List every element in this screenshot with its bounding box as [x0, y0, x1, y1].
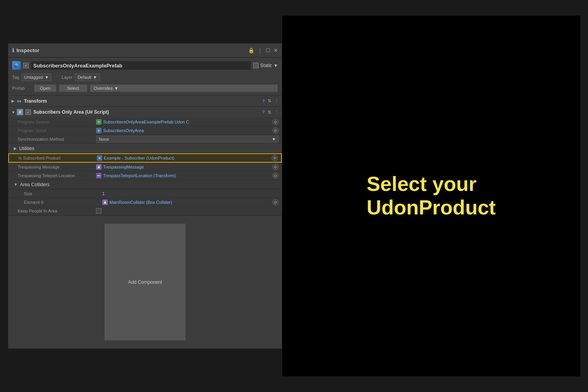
big-text: Select your UdonProduct: [367, 172, 495, 220]
object-row: ✓ Static ▼: [12, 60, 278, 71]
object-enable-checkbox[interactable]: ✓: [23, 63, 29, 68]
select-button[interactable]: Select: [59, 84, 87, 92]
script-help-icon[interactable]: ?: [262, 110, 265, 114]
keep-people-value: [96, 208, 279, 214]
script-collapse-arrow: ▼: [11, 110, 15, 114]
transform-label: Transform: [24, 98, 47, 104]
hash-icon: #: [17, 109, 23, 115]
main-container: ℹ Inspector 🔒 ⋮ ☐ ✕: [0, 0, 588, 392]
size-text: 1: [102, 191, 105, 196]
static-label: Static: [260, 63, 272, 68]
transform-header[interactable]: ▶ ⇔ Transform ? ⇅ ⋮: [8, 96, 282, 107]
sync-method-row: Synchronization Method None ▼: [8, 135, 282, 144]
info-icon: ℹ: [12, 47, 14, 53]
sync-method-label: Synchronization Method: [18, 137, 96, 142]
tag-label: Tag: [12, 75, 19, 80]
transform-icon: ⇔: [17, 98, 22, 104]
trespassing-teleport-icon: ⇔: [96, 173, 102, 178]
big-text-line2: UdonProduct: [367, 196, 495, 220]
transform-help-icon[interactable]: ?: [262, 99, 265, 103]
static-checkbox[interactable]: [253, 63, 259, 68]
is-subscribed-select-btn[interactable]: ⊙: [272, 155, 278, 161]
area-colliders-label: Area Colliders: [20, 182, 49, 187]
element0-select-btn[interactable]: ⊙: [272, 199, 279, 205]
script-menu-icon[interactable]: ⋮: [274, 110, 279, 115]
trespassing-msg-ref: ♟ TrespassingMessage: [96, 164, 271, 170]
transform-header-icons: ? ⇅ ⋮: [262, 98, 279, 103]
sync-method-arrow: ▼: [272, 137, 276, 142]
trespassing-msg-label: Trespassing Message: [18, 165, 96, 169]
window-icon[interactable]: ☐: [266, 47, 270, 53]
layer-dropdown[interactable]: Default ▼: [75, 73, 100, 81]
trespassing-teleport-label: Trespassing Teleport Location: [18, 173, 96, 178]
title-left: ℹ Inspector: [12, 47, 40, 53]
open-button[interactable]: Open: [34, 84, 56, 92]
lock-icon[interactable]: 🔒: [248, 47, 254, 53]
script-component-header[interactable]: ▼ # ✓ Subscribers Only Area (U# Script) …: [8, 107, 282, 118]
program-source-row: Program Source ■ SubscribersOnlyAreaExam…: [8, 118, 282, 126]
utilities-row[interactable]: ▶ Utilities: [8, 144, 282, 153]
overrides-arrow: ▼: [114, 86, 118, 91]
is-subscribed-ref: ■ Example - Subscriber (UdonProduct): [97, 155, 270, 161]
is-subscribed-value: ■ Example - Subscriber (UdonProduct) ⊙: [97, 155, 278, 161]
program-source-text: SubscribersOnlyAreaExamplePrefab Udon C: [103, 120, 189, 124]
script-settings-icon[interactable]: ⇅: [268, 110, 271, 115]
tag-dropdown[interactable]: Untagged ▼: [22, 73, 52, 81]
trespassing-teleport-select-btn[interactable]: ⊙: [272, 172, 279, 179]
program-script-text: SubscribersOnlyArea: [103, 128, 144, 133]
prefab-label: Prefab: [12, 86, 32, 91]
trespassing-teleport-row: Trespassing Teleport Location ⇔ Trespass…: [8, 171, 282, 180]
program-source-select-btn[interactable]: ⊙: [272, 119, 279, 125]
program-script-icon: ■: [96, 128, 102, 133]
keep-people-row: Keep People In Area: [8, 207, 282, 215]
area-colliders-row[interactable]: ▼ Area Colliders: [8, 180, 282, 189]
program-script-select-btn[interactable]: ⊙: [272, 127, 279, 134]
element0-text: MainRoomCollider (Box Collider): [109, 200, 172, 205]
program-script-ref: ■ SubscribersOnlyArea: [96, 128, 271, 133]
menu-icon[interactable]: ⋮: [258, 47, 263, 53]
layer-value-text: Default: [78, 75, 91, 80]
is-subscribed-text: Example - Subscriber (UdonProduct): [104, 156, 174, 160]
layer-label: Layer: [62, 75, 73, 80]
is-subscribed-label: Is Subscribed Product: [18, 156, 97, 160]
object-name-field[interactable]: [31, 61, 251, 70]
size-value: 1: [102, 191, 279, 196]
big-text-line1: Select your: [367, 172, 495, 196]
area-colliders-arrow: ▼: [14, 182, 18, 187]
transform-menu-icon[interactable]: ⋮: [274, 98, 279, 103]
close-icon[interactable]: ✕: [274, 47, 278, 53]
cube-icon: [12, 61, 21, 70]
trespassing-msg-row: Trespassing Message ♟ TrespassingMessage…: [8, 163, 282, 171]
trespassing-msg-value: ♟ TrespassingMessage ⊙: [96, 164, 279, 170]
utilities-arrow: ▶: [14, 146, 17, 151]
overrides-button[interactable]: Overrides ▼: [90, 84, 278, 92]
is-subscribed-row: Is Subscribed Product ■ Example - Subscr…: [8, 153, 282, 163]
titlebar-icons: 🔒 ⋮ ☐ ✕: [248, 47, 278, 53]
sync-method-value: None: [99, 137, 109, 142]
script-enable-checkbox[interactable]: ✓: [25, 109, 31, 115]
trespassing-msg-icon: ♟: [96, 164, 102, 170]
sync-method-dropdown[interactable]: None ▼: [96, 136, 279, 143]
inspector-title: Inspector: [16, 47, 40, 53]
program-script-row: Program Script ■ SubscribersOnlyArea ⊙: [8, 126, 282, 135]
add-component-button[interactable]: Add Component: [104, 223, 186, 341]
script-component-name: Subscribers Only Area (U# Script): [33, 109, 262, 115]
script-header-icons: ? ⇅ ⋮: [262, 110, 279, 115]
element0-icon: ♟: [102, 200, 108, 205]
layer-arrow: ▼: [93, 75, 97, 80]
trespassing-teleport-text: TrespassTeleportLocation (Transform): [103, 173, 176, 178]
trespassing-msg-select-btn[interactable]: ⊙: [272, 164, 279, 170]
element0-ref: ♟ MainRoomCollider (Box Collider): [102, 200, 271, 205]
trespassing-teleport-ref: ⇔ TrespassTeleportLocation (Transform): [96, 173, 271, 178]
script-component-section: ▼ # ✓ Subscribers Only Area (U# Script) …: [8, 107, 282, 216]
program-source-icon: ■: [96, 119, 102, 125]
object-header: ✓ Static ▼ Tag Untagged ▼ Layer Default …: [8, 58, 282, 96]
is-subscribed-icon: ■: [97, 155, 102, 161]
size-label: Size: [24, 191, 102, 196]
trespassing-teleport-value: ⇔ TrespassTeleportLocation (Transform) ⊙: [96, 172, 279, 179]
element0-label: Element 0: [24, 200, 102, 205]
static-dropdown-arrow[interactable]: ▼: [274, 63, 278, 68]
transform-settings-icon[interactable]: ⇅: [268, 98, 271, 103]
element0-value: ♟ MainRoomCollider (Box Collider) ⊙: [102, 199, 279, 205]
keep-people-checkbox[interactable]: [96, 208, 102, 214]
